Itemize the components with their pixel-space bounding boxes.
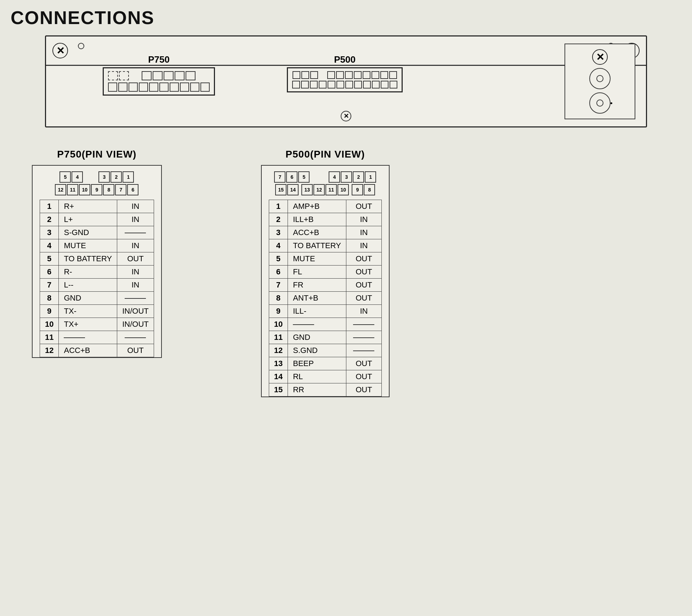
table-row: 1 AMP+B OUT (269, 200, 381, 213)
pin-direction: OUT (117, 344, 154, 357)
table-row: 15 RR OUT (269, 383, 381, 397)
pin-signal: TX- (59, 305, 117, 318)
pin-number: 5 (269, 252, 288, 266)
table-row: 9 ILL- IN (269, 305, 381, 318)
table-row: 11 (40, 331, 154, 344)
p500-top-row: 7 6 5 4 3 2 1 (274, 171, 376, 183)
table-row: 12 S.GND (269, 344, 381, 357)
pin-direction: IN (346, 305, 381, 318)
table-row: 13 BEEP OUT (269, 357, 381, 370)
pin-number: 9 (40, 305, 59, 318)
pin-signal: ANT+B (288, 292, 346, 305)
right-connectors: ✕ ● (565, 44, 635, 119)
pin-direction: OUT (346, 252, 381, 266)
table-row: 14 RL OUT (269, 370, 381, 383)
pin-number: 3 (269, 226, 288, 239)
pin-number: 5 (40, 252, 59, 266)
pin-number: 4 (269, 239, 288, 252)
table-row: 7 L-- IN (40, 279, 154, 292)
circle-conn-1 (589, 68, 611, 89)
table-row: 8 GND (40, 292, 154, 305)
p750-pin-view: P750(PIN VIEW) 5 4 3 2 1 12 11 10 9 8 (32, 149, 162, 397)
pin-signal: ILL+B (288, 213, 346, 226)
pin-number: 7 (40, 279, 59, 292)
pin-number: 2 (269, 213, 288, 226)
pin-direction: IN (117, 200, 154, 213)
table-row: 1 R+ IN (40, 200, 154, 213)
pin-signal: BEEP (288, 357, 346, 370)
p750-pin-view-box: 5 4 3 2 1 12 11 10 9 8 7 6 (32, 165, 162, 358)
pin-signal: RR (288, 383, 346, 397)
pin-number: 6 (269, 266, 288, 279)
x-symbol-rc: ✕ (592, 49, 608, 65)
table-row: 6 FL OUT (269, 266, 381, 279)
pin-direction: OUT (346, 357, 381, 370)
pin-number: 9 (269, 305, 288, 318)
table-row: 9 TX- IN/OUT (40, 305, 154, 318)
table-row: 2 ILL+B IN (269, 213, 381, 226)
p500-table: 1 AMP+B OUT 2 ILL+B IN 3 ACC+B IN 4 TO B… (269, 200, 382, 397)
pin-direction: OUT (346, 370, 381, 383)
pin-signal: S-GND (59, 226, 117, 239)
pin-direction: OUT (117, 252, 154, 266)
p500-pin-view-box: 7 6 5 4 3 2 1 15 14 13 12 11 10 (261, 165, 390, 397)
p750-bottom-row: 12 11 10 9 8 7 6 (55, 184, 138, 195)
pin-direction: IN (117, 213, 154, 226)
pin-signal: AMP+B (288, 200, 346, 213)
pin-signal: ACC+B (59, 344, 117, 357)
pin-number: 13 (269, 357, 288, 370)
p750-pin-diagram: 5 4 3 2 1 12 11 10 9 8 7 6 (40, 171, 154, 195)
p500-connector-box (287, 67, 403, 92)
pin-direction: IN (117, 239, 154, 252)
circle-conn-2: ● (589, 92, 611, 114)
pin-signal: MUTE (59, 239, 117, 252)
pin-direction: OUT (346, 200, 381, 213)
pin-number: 8 (269, 292, 288, 305)
pin-direction: OUT (346, 292, 381, 305)
pin-signal: S.GND (288, 344, 346, 357)
pin-direction: OUT (346, 266, 381, 279)
table-row: 2 L+ IN (40, 213, 154, 226)
pin-direction: IN/OUT (117, 318, 154, 331)
pin-direction (117, 331, 154, 344)
table-row: 5 TO BATTERY OUT (40, 252, 154, 266)
pin-number: 11 (40, 331, 59, 344)
pin-number: 11 (269, 331, 288, 344)
pin-signal: GND (59, 292, 117, 305)
pin-direction (117, 226, 154, 239)
pin-number: 1 (40, 200, 59, 213)
table-row: 8 ANT+B OUT (269, 292, 381, 305)
p500-pin-view: P500(PIN VIEW) 7 6 5 4 3 2 1 15 14 (261, 149, 390, 397)
pin-signal (288, 318, 346, 331)
pin-signal: TX+ (59, 318, 117, 331)
p500-pin-view-title: P500(PIN VIEW) (285, 149, 365, 160)
pin-direction (346, 318, 381, 331)
p750-top-row: 5 4 3 2 1 (59, 171, 134, 183)
pin-signal: R- (59, 266, 117, 279)
table-row: 6 R- IN (40, 266, 154, 279)
pin-number: 12 (269, 344, 288, 357)
table-row: 4 MUTE IN (40, 239, 154, 252)
p500-bottom-row: 15 14 13 12 11 10 9 8 (275, 184, 375, 195)
p750-connector-diagram: P750 (103, 54, 215, 96)
pin-direction: OUT (346, 383, 381, 397)
table-row: 10 TX+ IN/OUT (40, 318, 154, 331)
pin-signal: RL (288, 370, 346, 383)
table-row: 7 FR OUT (269, 279, 381, 292)
pin-direction (346, 344, 381, 357)
pin-number: 10 (40, 318, 59, 331)
ground-symbol: ✕ (341, 111, 351, 121)
x-symbol-tl: ✕ (52, 43, 68, 58)
pin-signal: FL (288, 266, 346, 279)
table-row: 3 S-GND (40, 226, 154, 239)
pin-direction: IN/OUT (117, 305, 154, 318)
p500-connector-diagram: P500 (287, 54, 403, 92)
pin-direction (117, 292, 154, 305)
pin-number: 4 (40, 239, 59, 252)
pin-signal: L+ (59, 213, 117, 226)
table-row: 3 ACC+B IN (269, 226, 381, 239)
pin-signal: GND (288, 331, 346, 344)
p750-table: 1 R+ IN 2 L+ IN 3 S-GND 4 MUTE IN 5 TO B… (40, 200, 154, 357)
pin-number: 3 (40, 226, 59, 239)
table-row: 12 ACC+B OUT (40, 344, 154, 357)
